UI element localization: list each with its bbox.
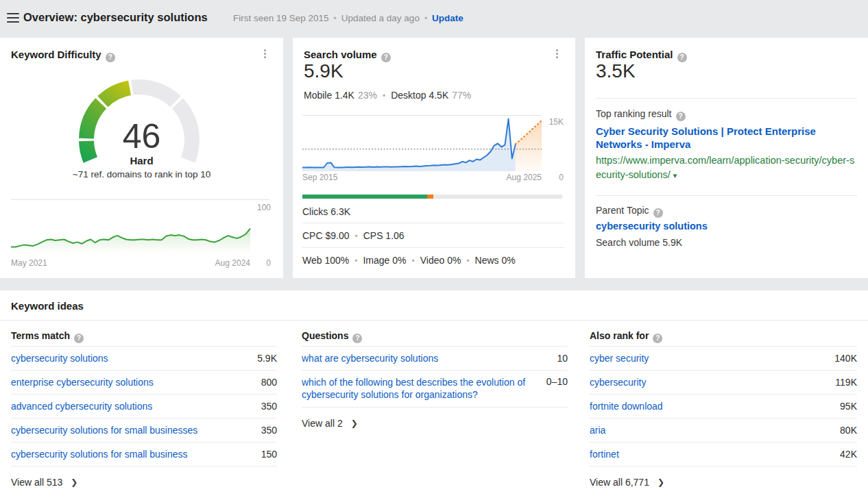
first-seen-text: First seen 19 Sep 2015: [233, 13, 329, 23]
keyword-link[interactable]: enterprise cybersecurity solutions: [11, 376, 154, 388]
keyword-link[interactable]: aria: [590, 424, 605, 436]
search-volume-card: Search volume? 5.9K Mobile 1.4K23%•Deskt…: [293, 38, 575, 278]
search-volume-chart: [302, 115, 542, 171]
keyword-link[interactable]: cybersecurity solutions: [11, 352, 108, 364]
kd-y-max-label: 100: [257, 203, 271, 212]
help-icon[interactable]: ?: [74, 334, 84, 343]
kd-level-label: Hard: [0, 155, 283, 166]
view-all-terms-match[interactable]: View all 513❯: [11, 466, 277, 488]
kd-x-end-label: Aug 2024: [215, 258, 250, 268]
clicks-distribution-bar: [302, 195, 562, 199]
image-percent: Image 0%: [363, 255, 406, 266]
keyword-volume: 10: [548, 353, 568, 364]
mobile-percent: 23%: [358, 90, 377, 101]
keyword-volume: 350: [253, 401, 277, 412]
desktop-percent: 77%: [452, 90, 471, 101]
separator-dot: •: [383, 91, 385, 101]
keyword-volume: 0–10: [538, 376, 568, 387]
mobile-volume: Mobile 1.4K: [304, 90, 354, 101]
cpc-cps-line: CPC $9.00•CPS 1.06: [302, 230, 405, 241]
separator-dot: •: [334, 14, 337, 23]
help-icon[interactable]: ?: [381, 53, 391, 62]
help-icon[interactable]: ?: [653, 334, 662, 343]
keyword-row: fortinet42K: [590, 442, 857, 466]
keyword-link[interactable]: fortnite download: [590, 400, 663, 412]
keyword-volume: 140K: [826, 353, 857, 364]
questions-header: Questions?: [302, 330, 568, 346]
volume-y-max-label: 15K: [549, 117, 564, 127]
keyword-volume: 800: [253, 377, 277, 388]
terms-match-column: Terms match? cybersecurity solutions5.9K…: [11, 330, 277, 498]
help-icon[interactable]: ?: [676, 112, 686, 121]
keyword-link[interactable]: advanced cybersecurity solutions: [11, 400, 152, 412]
cps-value: CPS 1.06: [363, 230, 405, 241]
help-icon[interactable]: ?: [352, 334, 362, 343]
serp-mix-line: Web 100%•Image 0%•Video 0%•News 0%: [302, 255, 516, 266]
clicks-label: Clicks 6.3K: [302, 206, 350, 217]
separator-dot: •: [466, 256, 469, 266]
kebab-menu-icon[interactable]: [260, 47, 269, 60]
keyword-link[interactable]: fortinet: [590, 448, 619, 460]
keyword-link[interactable]: what are cybersecurity solutions: [302, 352, 438, 364]
search-volume-value: 5.9K: [304, 60, 343, 82]
clicks-bar-paid: [427, 195, 433, 199]
separator-dot: •: [354, 256, 357, 266]
kd-y-min-label: 0: [266, 258, 271, 268]
keyword-link[interactable]: cybersecurity solutions for small busine…: [11, 424, 197, 436]
parent-topic-label: Parent Topic?: [596, 205, 663, 218]
parent-topic-link[interactable]: cybersecurity solutions: [596, 221, 708, 232]
device-split: Mobile 1.4K23%•Desktop 4.5K77%: [304, 90, 471, 101]
keyword-row: which of the following best describes th…: [302, 370, 568, 407]
view-all-questions[interactable]: View all 2❯: [302, 408, 568, 429]
separator-dot: •: [354, 232, 357, 241]
chevron-right-icon: ❯: [351, 419, 358, 428]
keyword-volume: 150: [253, 449, 277, 460]
keyword-link[interactable]: which of the following best describes th…: [302, 376, 528, 401]
keyword-row: cyber security140K: [590, 346, 857, 370]
keyword-row: cybersecurity119K: [590, 370, 857, 394]
keyword-volume: 350: [253, 425, 277, 436]
top-ranking-result-link[interactable]: Cyber Security Solutions | Protect Enter…: [596, 125, 857, 151]
parent-topic-volume: Search volume 5.9K: [596, 237, 682, 248]
keyword-row: advanced cybersecurity solutions350: [11, 394, 277, 418]
keyword-row: aria80K: [590, 418, 857, 442]
update-link[interactable]: Update: [432, 13, 463, 23]
cpc-value: CPC $9.00: [302, 230, 349, 241]
keyword-link[interactable]: cybersecurity: [590, 376, 646, 388]
keyword-link[interactable]: cybersecurity solutions for small busine…: [11, 448, 188, 460]
also-rank-for-header: Also rank for?: [590, 330, 857, 346]
keyword-volume: 80K: [832, 425, 857, 436]
kd-card-title: Keyword Difficulty?: [11, 49, 115, 62]
kd-x-start-label: May 2021: [11, 258, 47, 268]
web-percent: Web 100%: [302, 255, 349, 266]
volume-x-start-label: Sep 2015: [302, 173, 337, 182]
top-ranking-label: Top ranking result?: [596, 108, 686, 121]
kebab-menu-icon[interactable]: [552, 47, 562, 60]
chevron-right-icon: ❯: [658, 477, 664, 487]
hamburger-menu-icon[interactable]: [7, 13, 19, 23]
keyword-difficulty-card: Keyword Difficulty? 46 Hard ~71 ref. dom…: [0, 38, 283, 278]
volume-x-end-label: Aug 2025: [507, 173, 542, 182]
also-rank-for-column: Also rank for? cyber security140K cybers…: [590, 330, 857, 498]
chevron-right-icon: ❯: [71, 477, 77, 487]
volume-y-min-label: 0: [559, 173, 564, 182]
help-icon[interactable]: ?: [653, 208, 663, 218]
top-ranking-result-url[interactable]: https://www.imperva.com/learn/applicatio…: [596, 153, 857, 183]
top-bar: Overview: cybersecurity solutions First …: [0, 0, 868, 36]
help-icon[interactable]: ?: [677, 53, 687, 62]
view-all-also-rank-for[interactable]: View all 6,771❯: [590, 466, 857, 488]
keyword-row: fortnite download95K: [590, 394, 857, 418]
traffic-potential-card: Traffic Potential? 3.5K Top ranking resu…: [585, 38, 868, 278]
video-percent: Video 0%: [420, 255, 461, 266]
keyword-row: what are cybersecurity solutions10: [302, 346, 568, 370]
keyword-row: cybersecurity solutions for small busine…: [11, 442, 277, 466]
caret-down-icon[interactable]: ▾: [673, 171, 677, 179]
keyword-link[interactable]: cyber security: [590, 352, 649, 364]
questions-column: Questions? what are cybersecurity soluti…: [302, 330, 568, 498]
keyword-volume: 42K: [832, 449, 857, 460]
help-icon[interactable]: ?: [106, 53, 115, 62]
separator-dot: •: [424, 14, 427, 23]
desktop-volume: Desktop 4.5K: [391, 90, 448, 101]
kd-note: ~71 ref. domains to rank in top 10: [0, 169, 283, 179]
clicks-bar-organic: [302, 195, 427, 199]
